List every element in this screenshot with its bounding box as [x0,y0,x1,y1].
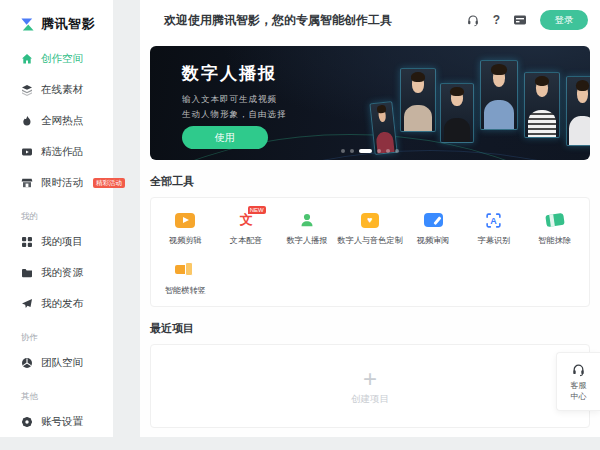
sidebar-item-featured-works[interactable]: 精选作品 [0,136,113,167]
create-project-label: 创建项目 [351,393,389,406]
sidebar: 腾讯智影 创作空间 在线素材 全网热点 精选作品 限时活动 精彩活 [0,0,113,437]
sidebar-item-trending[interactable]: 全网热点 [0,105,113,136]
tool-subtitle-recognition[interactable]: A 字幕识别 [464,211,525,246]
gear-icon [21,416,33,428]
video-icon [21,146,33,158]
sidebar-item-team-space[interactable]: 团队空间 [0,347,113,378]
sidebar-item-my-projects[interactable]: 我的项目 [0,226,113,257]
send-icon [21,298,33,310]
sidebar-item-label: 精选作品 [41,145,83,159]
hero-banner: 数字人播报 输入文本即可生成视频 生动人物形象，自由选择 使用 [150,46,590,160]
create-project-button[interactable]: + 创建项目 [351,367,389,406]
carousel-dot[interactable] [341,149,345,153]
tool-text-dubbing[interactable]: 文NEW 文本配音 [216,211,277,246]
sidebar-item-label: 在线素材 [41,83,83,97]
headset-icon [571,362,586,377]
tool-label: 视频剪辑 [169,235,202,246]
recent-projects-card: + 创建项目 [150,344,590,428]
sidebar-item-label: 团队空间 [41,356,83,370]
banner-desc-line2: 生动人物形象，自由选择 [182,109,287,121]
clapper-icon [175,211,195,229]
tool-label: 智能横转竖 [165,285,206,296]
sidebar-nav: 创作空间 在线素材 全网热点 精选作品 限时活动 精彩活动 我的 [0,33,113,437]
sidebar-item-label: 我的资源 [41,266,83,280]
sidebar-item-limited-events[interactable]: 限时活动 精彩活动 [0,167,113,198]
digital-human-card [440,83,474,143]
digital-human-card [400,68,436,132]
recent-section-title: 最近项目 [150,321,590,336]
customer-service-label: 客服中心 [571,380,587,402]
tool-label: 视频审阅 [417,235,450,246]
sidebar-item-label: 全网热点 [41,114,83,128]
help-icon[interactable]: ? [493,13,500,27]
sidebar-section-label-other: 其他 [0,391,113,403]
sidebar-item-my-publications[interactable]: 我的发布 [0,288,113,319]
rotate-icon [175,261,195,279]
sidebar-item-label: 创作空间 [41,52,83,66]
digital-human-icon [299,211,315,229]
eraser-icon [546,211,564,229]
sidebar-item-online-materials[interactable]: 在线素材 [0,74,113,105]
sidebar-item-label: 账号设置 [41,415,83,429]
tools-section-title: 全部工具 [150,174,590,189]
brand-name: 腾讯智影 [41,15,95,33]
digital-human-card [566,76,590,146]
digital-human-card [524,72,560,138]
event-badge: 精彩活动 [93,178,125,188]
banner-title: 数字人播报 [182,62,277,85]
tool-video-edit[interactable]: 视频剪辑 [155,211,216,246]
sidebar-item-account-settings[interactable]: 账号设置 [0,406,113,437]
svg-text:A: A [491,215,498,225]
sidebar-section-label-collab: 协作 [0,332,113,344]
carousel-dot[interactable] [377,149,381,153]
sidebar-item-label: 限时活动 [41,176,83,190]
tool-video-review[interactable]: 视频审阅 [403,211,464,246]
login-button[interactable]: 登录 [540,10,588,30]
carousel-dots [150,149,590,153]
digital-human-card [480,60,518,130]
main-header: 欢迎使用腾讯智影，您的专属智能创作工具 ? 登录 [140,0,600,40]
feedback-icon[interactable] [513,14,527,26]
storefront-icon [21,177,33,189]
customer-service-widget[interactable]: 客服中心 [556,352,600,411]
new-badge: NEW [248,206,266,214]
sidebar-item-my-resources[interactable]: 我的资源 [0,257,113,288]
tool-label: 字幕识别 [478,235,511,246]
home-icon [21,53,33,65]
tool-digital-human[interactable]: 数字人播报 [277,211,338,246]
main-panel: 欢迎使用腾讯智影，您的专属智能创作工具 ? 登录 数字人播报 [140,0,600,437]
review-icon [424,211,443,229]
layers-icon [21,84,33,96]
carousel-dot[interactable] [350,149,354,153]
hourglass-logo-icon [20,17,35,32]
tool-label: 智能抹除 [538,235,571,246]
plus-icon: + [363,367,377,391]
headset-icon[interactable] [466,13,480,27]
banner-desc-line1: 输入文本即可生成视频 [182,94,277,106]
digital-human-card [369,101,397,155]
banner-use-button[interactable]: 使用 [182,126,268,149]
tools-grid: 视频剪辑 文NEW 文本配音 数字人播报 ♥ 数字人与音色定制 [155,211,585,296]
tool-horizontal-to-vertical[interactable]: 智能横转竖 [155,261,216,296]
subtitle-icon: A [485,211,502,229]
zenvideo-app: 腾讯智影 创作空间 在线素材 全网热点 精选作品 限时活动 精彩活 [0,0,600,450]
tool-label: 数字人与音色定制 [337,235,403,246]
tool-smart-erase[interactable]: 智能抹除 [524,211,585,246]
folder-icon [21,267,33,279]
sidebar-section-label-mine: 我的 [0,211,113,223]
sidebar-item-creation-space[interactable]: 创作空间 [0,43,113,74]
tool-label: 数字人播报 [286,235,327,246]
carousel-dot-active[interactable] [359,149,372,153]
tool-label: 文本配音 [230,235,263,246]
welcome-text: 欢迎使用腾讯智影，您的专属智能创作工具 [164,12,392,29]
header-actions: ? 登录 [466,10,588,30]
sidebar-item-label: 我的项目 [41,235,83,249]
carousel-dot[interactable] [395,149,399,153]
text-dub-icon: 文NEW [240,211,253,229]
tool-voice-custom[interactable]: ♥ 数字人与音色定制 [337,211,403,246]
carousel-dot[interactable] [386,149,390,153]
tools-card: 视频剪辑 文NEW 文本配音 数字人播报 ♥ 数字人与音色定制 [150,197,590,307]
sidebar-item-label: 我的发布 [41,297,83,311]
voice-heart-icon: ♥ [361,211,379,229]
brand-logo: 腾讯智影 [0,0,113,33]
